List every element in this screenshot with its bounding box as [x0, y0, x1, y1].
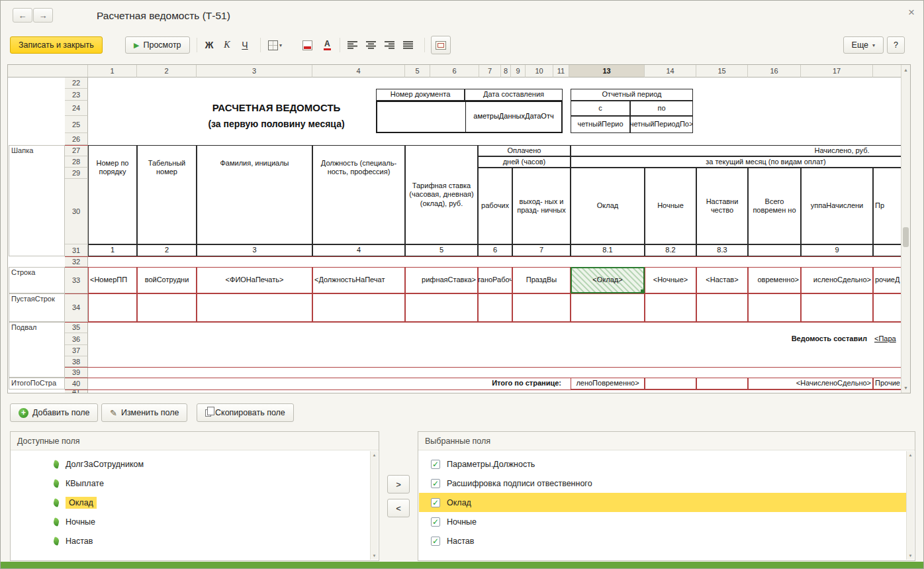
close-icon[interactable]: ×	[908, 6, 915, 19]
row-header-32[interactable]: 32	[65, 256, 88, 267]
footer-composed-value[interactable]: <Пара	[873, 333, 902, 345]
selected-field-item[interactable]: ✓Ночные	[419, 512, 906, 531]
picture-button[interactable]	[431, 36, 451, 54]
page-total-cell[interactable]	[645, 378, 696, 389]
row-header-39[interactable]: 39	[65, 367, 88, 378]
empty-row-cell[interactable]	[748, 293, 801, 322]
head-num-cell[interactable]: Номер по порядку	[88, 145, 137, 244]
forward-button[interactable]: →	[33, 8, 53, 23]
row-header-34[interactable]: 34	[65, 293, 88, 322]
doc-date-value[interactable]: аметрыДанныхДатаОтч	[467, 112, 560, 120]
empty-row-cell[interactable]	[197, 293, 312, 322]
template-cell[interactable]: ПраздВы	[512, 267, 571, 293]
empty-row-cell[interactable]	[801, 293, 873, 322]
empty-row-cell[interactable]	[645, 293, 696, 322]
scroll-down-icon[interactable]: ▼	[901, 383, 910, 393]
empty-row-cell[interactable]	[312, 293, 405, 322]
checkbox-checked[interactable]: ✓	[431, 537, 440, 546]
edit-field-button[interactable]: ✎Изменить поле	[101, 403, 187, 422]
col-header-7[interactable]: 7	[479, 65, 501, 78]
head-workdays-cell[interactable]: рабочих	[478, 168, 512, 244]
row-header-24[interactable]: 24	[65, 101, 88, 116]
selected-field-item-active[interactable]: ✓Оклад	[419, 493, 906, 512]
row-header-23[interactable]: 23	[65, 89, 88, 101]
add-field-button[interactable]: +Добавить поле	[10, 403, 98, 422]
selected-field-item[interactable]: ✓Параметры.Должность	[419, 454, 906, 474]
row-header-28[interactable]: 28	[65, 156, 88, 168]
numbering-cell[interactable]: 8.1	[571, 244, 645, 256]
scroll-down-icon[interactable]: ▼	[907, 552, 914, 560]
row-header-31[interactable]: 31	[65, 244, 88, 256]
row-header-30[interactable]: 30	[65, 179, 88, 244]
numbering-cell[interactable]	[748, 244, 801, 256]
template-cell[interactable]: таноРабоч	[478, 267, 512, 293]
template-cell[interactable]: <ДолжностьНаПечат	[312, 267, 405, 293]
section-label-page-total[interactable]: ИтогоПоСтра	[9, 378, 65, 389]
available-field-item[interactable]: ДолгЗаСотрудником	[11, 454, 370, 474]
back-button[interactable]: ←	[13, 8, 32, 23]
available-field-item[interactable]: Настав	[11, 531, 370, 550]
doc-values-box[interactable]: аметрыДанныхДатаОтч	[376, 101, 563, 133]
template-cell[interactable]: исленоСдельно>	[801, 267, 873, 293]
fill-color-button[interactable]	[300, 37, 315, 53]
section-label-empty-row[interactable]: ПустаяСтрок	[9, 293, 65, 322]
head-night-cell[interactable]: Ночные	[645, 168, 696, 244]
page-total-cell[interactable]: леноПовременно>	[571, 378, 645, 389]
period-from-cell[interactable]: с	[571, 101, 630, 116]
page-total-cell[interactable]: <НачисленоСдельно>	[748, 378, 873, 389]
row-header-29[interactable]: 29	[65, 168, 88, 179]
panel-scrollbar[interactable]: ▲ ▼	[906, 451, 914, 560]
scroll-up-icon[interactable]: ▲	[907, 451, 914, 459]
move-left-button[interactable]: <	[387, 499, 410, 517]
numbering-cell[interactable]: 6	[478, 244, 512, 256]
move-right-button[interactable]: >	[387, 475, 410, 493]
checkbox-checked[interactable]: ✓	[431, 498, 440, 507]
head-mentor-cell[interactable]: Наставни чество	[696, 168, 748, 244]
panel-scrollbar[interactable]: ▲ ▼	[370, 451, 378, 560]
row-header-33[interactable]: 33	[65, 267, 88, 293]
col-header-11[interactable]: 11	[553, 65, 569, 78]
period-to-value-cell[interactable]: четныйПериодПо>	[630, 116, 693, 133]
row-header-40[interactable]: 40	[65, 378, 88, 389]
section-label-row[interactable]: Строка	[9, 267, 65, 293]
align-right-button[interactable]	[382, 37, 397, 53]
head-other-cell[interactable]: Пр	[873, 168, 902, 244]
col-header-14[interactable]: 14	[645, 65, 696, 78]
numbering-cell[interactable]: 8.3	[696, 244, 748, 256]
numbering-cell[interactable]: 9	[801, 244, 873, 256]
col-header-5[interactable]: 5	[405, 65, 430, 78]
numbering-cell[interactable]	[873, 244, 902, 256]
head-rate-cell[interactable]: Тарифная ставка (часовая, дневная) (окла…	[405, 145, 478, 244]
row-header-35[interactable]: 35	[65, 322, 88, 333]
template-cell[interactable]: <Настав>	[696, 267, 748, 293]
row-header-38[interactable]: 38	[65, 356, 88, 367]
col-header-4[interactable]: 4	[312, 65, 405, 78]
vertical-scrollbar[interactable]: ▲ ▼	[901, 65, 910, 393]
numbering-cell[interactable]: 3	[197, 244, 312, 256]
footer-composed-label[interactable]: Ведомость составил	[670, 333, 868, 345]
template-cell[interactable]: овременно>	[748, 267, 801, 293]
period-to-cell[interactable]: по	[630, 101, 693, 116]
numbering-cell[interactable]: 7	[512, 244, 571, 256]
col-header-6[interactable]: 6	[430, 65, 479, 78]
available-field-item[interactable]: КВыплате	[11, 474, 370, 493]
bold-button[interactable]: Ж	[201, 37, 217, 53]
align-left-button[interactable]	[345, 37, 360, 53]
page-total-cell[interactable]	[696, 378, 748, 389]
underline-button[interactable]: Ч	[237, 37, 253, 53]
scroll-down-icon[interactable]: ▼	[371, 552, 378, 560]
template-cell[interactable]: <Ночные>	[645, 267, 696, 293]
page-total-label[interactable]: Итого по странице:	[405, 378, 563, 389]
template-cell[interactable]: войСотрудни	[137, 267, 197, 293]
col-header-17[interactable]: 17	[801, 65, 873, 78]
head-paid-sub-cell[interactable]: дней (часов)	[478, 156, 571, 168]
italic-button[interactable]: К	[219, 37, 235, 53]
checkbox-checked[interactable]: ✓	[431, 517, 440, 527]
head-holidays-cell[interactable]: выход- ных и празд- ничных	[512, 168, 571, 244]
col-header-16[interactable]: 16	[748, 65, 801, 78]
selected-field-item[interactable]: ✓Настав	[419, 531, 906, 550]
head-group-cell[interactable]: уппаНачислени	[801, 168, 873, 244]
align-justify-button[interactable]	[400, 37, 416, 53]
head-salary-cell[interactable]: Оклад	[571, 168, 645, 244]
more-button[interactable]: Еще▾	[843, 36, 884, 54]
